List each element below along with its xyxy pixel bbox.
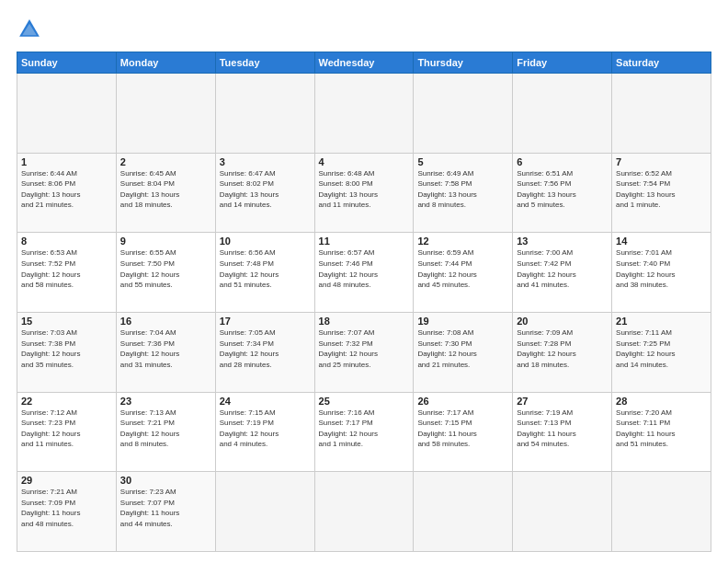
day-number: 2 <box>120 156 211 167</box>
day-cell: 17Sunrise: 7:05 AM Sunset: 7:34 PM Dayli… <box>215 312 314 392</box>
day-info: Sunrise: 7:04 AM Sunset: 7:36 PM Dayligh… <box>120 327 211 370</box>
day-info: Sunrise: 6:52 AM Sunset: 7:54 PM Dayligh… <box>616 168 707 211</box>
col-header-saturday: Saturday <box>612 52 711 74</box>
day-info: Sunrise: 7:15 AM Sunset: 7:19 PM Dayligh… <box>220 408 311 450</box>
header <box>17 17 711 42</box>
day-number: 20 <box>517 316 608 327</box>
day-cell: 25Sunrise: 7:16 AM Sunset: 7:17 PM Dayli… <box>314 392 414 472</box>
day-cell: 7Sunrise: 6:52 AM Sunset: 7:54 PM Daylig… <box>612 153 711 233</box>
day-info: Sunrise: 6:57 AM Sunset: 7:46 PM Dayligh… <box>319 247 410 290</box>
day-cell <box>612 74 711 154</box>
day-number: 26 <box>417 396 508 407</box>
day-cell: 13Sunrise: 7:00 AM Sunset: 7:42 PM Dayli… <box>513 233 612 313</box>
day-info: Sunrise: 6:55 AM Sunset: 7:50 PM Dayligh… <box>120 247 211 290</box>
day-number: 8 <box>21 236 112 247</box>
week-row-3: 15Sunrise: 7:03 AM Sunset: 7:38 PM Dayli… <box>17 312 711 392</box>
col-header-wednesday: Wednesday <box>314 52 414 74</box>
day-info: Sunrise: 7:13 AM Sunset: 7:21 PM Dayligh… <box>120 408 211 450</box>
day-info: Sunrise: 7:05 AM Sunset: 7:34 PM Dayligh… <box>220 327 311 370</box>
day-info: Sunrise: 6:59 AM Sunset: 7:44 PM Dayligh… <box>417 247 508 290</box>
day-cell: 15Sunrise: 7:03 AM Sunset: 7:38 PM Dayli… <box>17 312 117 392</box>
day-cell: 8Sunrise: 6:53 AM Sunset: 7:52 PM Daylig… <box>17 233 117 313</box>
day-cell <box>215 74 314 154</box>
day-number: 1 <box>21 156 112 167</box>
day-cell: 6Sunrise: 6:51 AM Sunset: 7:56 PM Daylig… <box>513 153 612 233</box>
col-header-thursday: Thursday <box>414 52 513 74</box>
day-cell: 29Sunrise: 7:21 AM Sunset: 7:09 PM Dayli… <box>17 472 117 552</box>
day-cell <box>513 74 612 154</box>
day-number: 27 <box>517 396 608 407</box>
day-number: 4 <box>319 156 410 167</box>
day-info: Sunrise: 6:51 AM Sunset: 7:56 PM Dayligh… <box>517 168 608 211</box>
col-header-sunday: Sunday <box>17 52 117 74</box>
day-number: 21 <box>616 316 707 327</box>
day-cell: 26Sunrise: 7:17 AM Sunset: 7:15 PM Dayli… <box>414 392 513 472</box>
day-number: 17 <box>220 316 311 327</box>
day-cell: 21Sunrise: 7:11 AM Sunset: 7:25 PM Dayli… <box>612 312 711 392</box>
day-number: 30 <box>120 475 211 486</box>
day-info: Sunrise: 7:20 AM Sunset: 7:11 PM Dayligh… <box>616 408 707 450</box>
day-number: 7 <box>616 156 707 167</box>
day-cell <box>116 74 215 154</box>
day-info: Sunrise: 7:21 AM Sunset: 7:09 PM Dayligh… <box>21 487 112 529</box>
day-cell: 3Sunrise: 6:47 AM Sunset: 8:02 PM Daylig… <box>215 153 314 233</box>
day-number: 28 <box>616 396 707 407</box>
day-cell: 22Sunrise: 7:12 AM Sunset: 7:23 PM Dayli… <box>17 392 117 472</box>
day-info: Sunrise: 7:17 AM Sunset: 7:15 PM Dayligh… <box>417 408 508 450</box>
day-cell: 12Sunrise: 6:59 AM Sunset: 7:44 PM Dayli… <box>414 233 513 313</box>
col-header-monday: Monday <box>116 52 215 74</box>
day-cell: 20Sunrise: 7:09 AM Sunset: 7:28 PM Dayli… <box>513 312 612 392</box>
day-cell: 9Sunrise: 6:55 AM Sunset: 7:50 PM Daylig… <box>116 233 215 313</box>
week-row-4: 22Sunrise: 7:12 AM Sunset: 7:23 PM Dayli… <box>17 392 711 472</box>
day-number: 19 <box>417 316 508 327</box>
day-number: 10 <box>220 236 311 247</box>
day-info: Sunrise: 7:08 AM Sunset: 7:30 PM Dayligh… <box>417 327 508 370</box>
day-cell <box>414 74 513 154</box>
day-cell <box>414 472 513 552</box>
day-cell <box>314 74 414 154</box>
day-number: 16 <box>120 316 211 327</box>
day-cell: 14Sunrise: 7:01 AM Sunset: 7:40 PM Dayli… <box>612 233 711 313</box>
week-row-5: 29Sunrise: 7:21 AM Sunset: 7:09 PM Dayli… <box>17 472 711 552</box>
day-info: Sunrise: 7:03 AM Sunset: 7:38 PM Dayligh… <box>21 327 112 370</box>
day-cell: 27Sunrise: 7:19 AM Sunset: 7:13 PM Dayli… <box>513 392 612 472</box>
day-info: Sunrise: 7:07 AM Sunset: 7:32 PM Dayligh… <box>319 327 410 370</box>
day-info: Sunrise: 7:16 AM Sunset: 7:17 PM Dayligh… <box>319 408 410 450</box>
day-number: 24 <box>220 396 311 407</box>
day-number: 9 <box>120 236 211 247</box>
day-cell: 5Sunrise: 6:49 AM Sunset: 7:58 PM Daylig… <box>414 153 513 233</box>
day-info: Sunrise: 6:49 AM Sunset: 7:58 PM Dayligh… <box>417 168 508 211</box>
day-info: Sunrise: 7:01 AM Sunset: 7:40 PM Dayligh… <box>616 247 707 290</box>
day-cell <box>215 472 314 552</box>
day-number: 25 <box>319 396 410 407</box>
day-cell: 11Sunrise: 6:57 AM Sunset: 7:46 PM Dayli… <box>314 233 414 313</box>
day-info: Sunrise: 6:48 AM Sunset: 8:00 PM Dayligh… <box>319 168 410 211</box>
day-info: Sunrise: 6:47 AM Sunset: 8:02 PM Dayligh… <box>220 168 311 211</box>
day-cell: 10Sunrise: 6:56 AM Sunset: 7:48 PM Dayli… <box>215 233 314 313</box>
day-info: Sunrise: 6:45 AM Sunset: 8:04 PM Dayligh… <box>120 168 211 211</box>
day-number: 12 <box>417 236 508 247</box>
day-info: Sunrise: 6:56 AM Sunset: 7:48 PM Dayligh… <box>220 247 311 290</box>
day-number: 15 <box>21 316 112 327</box>
day-number: 22 <box>21 396 112 407</box>
day-cell: 1Sunrise: 6:44 AM Sunset: 8:06 PM Daylig… <box>17 153 117 233</box>
day-cell <box>314 472 414 552</box>
day-info: Sunrise: 7:11 AM Sunset: 7:25 PM Dayligh… <box>616 327 707 370</box>
week-row-0 <box>17 74 711 154</box>
day-cell: 23Sunrise: 7:13 AM Sunset: 7:21 PM Dayli… <box>116 392 215 472</box>
col-header-tuesday: Tuesday <box>215 52 314 74</box>
logo <box>17 17 46 42</box>
day-number: 29 <box>21 475 112 486</box>
day-number: 3 <box>220 156 311 167</box>
day-cell: 4Sunrise: 6:48 AM Sunset: 8:00 PM Daylig… <box>314 153 414 233</box>
week-row-1: 1Sunrise: 6:44 AM Sunset: 8:06 PM Daylig… <box>17 153 711 233</box>
day-info: Sunrise: 6:44 AM Sunset: 8:06 PM Dayligh… <box>21 168 112 211</box>
day-cell: 18Sunrise: 7:07 AM Sunset: 7:32 PM Dayli… <box>314 312 414 392</box>
day-number: 11 <box>319 236 410 247</box>
day-number: 23 <box>120 396 211 407</box>
day-cell <box>513 472 612 552</box>
day-cell: 24Sunrise: 7:15 AM Sunset: 7:19 PM Dayli… <box>215 392 314 472</box>
day-info: Sunrise: 7:23 AM Sunset: 7:07 PM Dayligh… <box>120 487 211 529</box>
day-cell <box>612 472 711 552</box>
day-info: Sunrise: 7:00 AM Sunset: 7:42 PM Dayligh… <box>517 247 608 290</box>
